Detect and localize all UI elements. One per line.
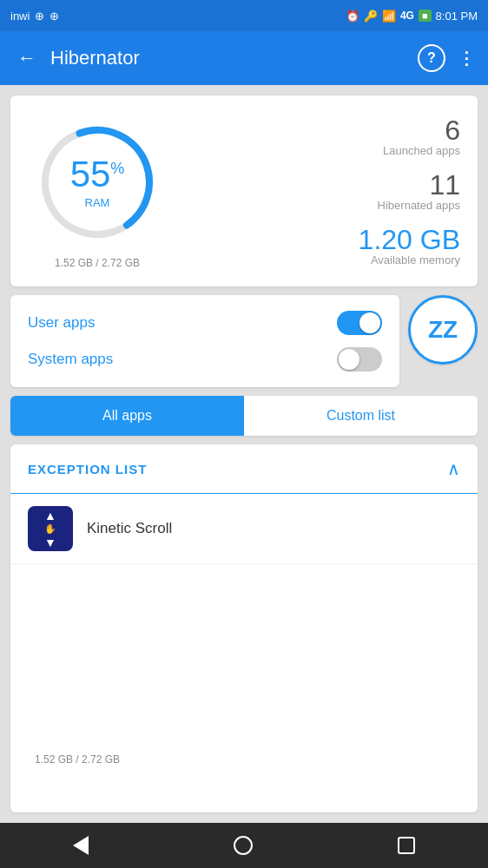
user-apps-toggle[interactable] (337, 311, 382, 335)
sleep-icon: ZZ (428, 316, 458, 344)
signal-label: 4G (400, 10, 414, 22)
tab-all-apps[interactable]: All apps (10, 396, 244, 436)
main-content: 55% RAM 1.52 GB / 2.72 GB 1.52 GB / 2.72… (0, 85, 488, 823)
scroll-hand-icon: ✋ (44, 523, 56, 535)
hibernated-label: Hibernated apps (378, 199, 460, 212)
ram-usage: 1.52 GB / 2.72 GB (35, 753, 120, 766)
toggles-card: User apps System apps (10, 295, 399, 387)
launched-count: 6 (383, 116, 460, 144)
battery-icon: ■ (419, 10, 432, 22)
tab-custom-list[interactable]: Custom list (244, 396, 478, 436)
toolbar-actions: ? ⋮ (418, 44, 474, 72)
ram-circle: 55% RAM (28, 113, 167, 252)
exception-header: Exception list ∧ (10, 444, 478, 494)
wifi-icon: 📶 (382, 10, 396, 23)
back-button[interactable]: ← (14, 43, 40, 73)
carrier-label: inwi (10, 10, 30, 23)
sleep-button[interactable]: ZZ (408, 295, 478, 365)
back-nav-icon (73, 836, 89, 855)
status-bar: inwi ⊕ ⊕ ⏰ 🔑 📶 4G ■ 8:01 PM (0, 0, 488, 31)
system-apps-toggle[interactable] (337, 347, 382, 372)
system-apps-row: System apps (28, 347, 382, 372)
usb-icon-2: ⊕ (49, 10, 59, 23)
system-apps-label: System apps (28, 351, 113, 368)
hibernated-count: 11 (378, 171, 460, 199)
stats-right: 6 Launched apps 11 Hibernated apps 1.20 … (184, 116, 460, 266)
usb-icon-1: ⊕ (35, 10, 44, 23)
hibernated-apps-stat: 11 Hibernated apps (378, 171, 460, 212)
home-nav-button[interactable] (213, 829, 274, 862)
alarm-icon: ⏰ (346, 10, 359, 23)
status-bar-right: ⏰ 🔑 📶 4G ■ 8:01 PM (346, 10, 478, 23)
tab-bar: All apps Custom list (10, 396, 478, 436)
status-bar-left: inwi ⊕ ⊕ (10, 10, 59, 23)
scroll-down-arrow: ▼ (44, 536, 56, 549)
recents-nav-button[interactable] (377, 830, 436, 861)
ram-percent: 55% (70, 156, 125, 193)
controls-row: User apps System apps ZZ (10, 295, 478, 387)
user-apps-thumb (359, 312, 380, 333)
key-icon: 🔑 (364, 10, 378, 23)
app-icon-inner: ▲ ✋ ▼ (44, 510, 56, 549)
user-apps-label: User apps (28, 314, 95, 332)
available-memory: 1.20 GB (359, 226, 460, 253)
circle-center: 55% RAM (70, 156, 125, 209)
system-apps-thumb (339, 349, 359, 370)
kinetic-scroll-label: Kinetic Scroll (87, 520, 172, 537)
back-nav-button[interactable] (52, 829, 109, 862)
time-label: 8:01 PM (436, 10, 478, 23)
stats-card: 55% RAM 1.52 GB / 2.72 GB 1.52 GB / 2.72… (10, 95, 478, 286)
toolbar: ← Hibernator ? ⋮ (0, 31, 488, 85)
launched-label: Launched apps (383, 144, 460, 157)
home-nav-icon (234, 836, 253, 855)
more-button[interactable]: ⋮ (458, 48, 474, 69)
bottom-nav (0, 823, 488, 868)
exception-chevron[interactable]: ∧ (447, 458, 460, 479)
recents-nav-icon (398, 837, 415, 854)
help-button[interactable]: ? (418, 44, 445, 72)
available-label: Available memory (359, 253, 460, 266)
ram-label: RAM (70, 196, 125, 209)
exception-item-kinetic-scroll: ▲ ✋ ▼ Kinetic Scroll (10, 494, 478, 564)
app-title: Hibernator (50, 47, 407, 69)
scroll-up-arrow: ▲ (44, 510, 56, 522)
launched-apps-stat: 6 Launched apps (383, 116, 460, 157)
app-icon-kinetic-scroll: ▲ ✋ ▼ (28, 506, 73, 551)
available-memory-stat: 1.20 GB Available memory (359, 226, 460, 266)
exception-title: Exception list (28, 462, 147, 477)
user-apps-row: User apps (28, 311, 382, 335)
